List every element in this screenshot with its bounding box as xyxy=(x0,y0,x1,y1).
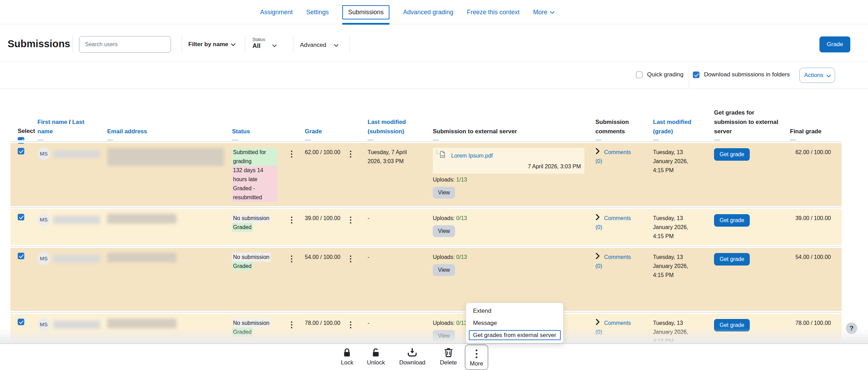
column-header-name[interactable]: First name / Last name — xyxy=(37,108,107,144)
more-action-button[interactable]: More xyxy=(465,345,488,370)
footer-shadow xyxy=(0,328,868,343)
nav-tab-more[interactable]: More xyxy=(533,9,554,16)
avatar: MS xyxy=(37,148,50,160)
comments-count[interactable]: (0) xyxy=(595,158,602,164)
lock-action-label: Lock xyxy=(341,359,353,366)
divider xyxy=(0,61,868,61)
row-checkbox[interactable] xyxy=(18,253,24,259)
submissions-table: Select First name / Last name — Email ad… xyxy=(10,108,842,353)
nav-tab-freeze-this-context[interactable]: Freeze this context xyxy=(467,9,519,16)
download-icon xyxy=(407,347,417,357)
avatar: MS xyxy=(37,213,50,226)
column-header-grade[interactable]: Grade — xyxy=(305,108,368,144)
advanced-label: Advanced xyxy=(300,42,326,49)
uploads-summary: Uploads: 0/13 xyxy=(433,253,588,262)
divider xyxy=(72,36,73,53)
search-users-input[interactable] xyxy=(79,36,171,53)
unlock-action-button[interactable]: Unlock xyxy=(367,347,385,366)
grade-value: 54.00 / 100.00 xyxy=(305,253,340,307)
last-modified-submission: - xyxy=(368,254,369,260)
status-badge: Graded xyxy=(232,262,252,271)
menu-item-message[interactable]: Message xyxy=(466,317,563,329)
status-menu-icon[interactable] xyxy=(291,217,292,241)
column-header-status[interactable]: Status — xyxy=(232,108,305,144)
more-context-menu: ExtendMessageGet grades from external se… xyxy=(466,303,564,343)
get-grade-button[interactable]: Get grade xyxy=(714,253,750,266)
row-separator xyxy=(10,245,842,248)
divider xyxy=(350,36,350,53)
status-filter-dropdown[interactable]: Status All xyxy=(252,37,276,50)
comments-link[interactable]: Comments xyxy=(604,148,631,157)
quick-grading-checkbox[interactable] xyxy=(636,72,643,78)
student-name-redacted xyxy=(53,216,100,224)
last-modified-submission: - xyxy=(368,320,369,326)
last-modified-grade: Tuesday, 13 January 2026, 4:15 PM xyxy=(653,254,688,278)
submission-file-link[interactable]: Lorem Ipsum.pdf xyxy=(451,151,493,160)
expand-comments-icon[interactable] xyxy=(595,214,600,223)
view-button[interactable]: View xyxy=(433,225,455,237)
expand-comments-icon[interactable] xyxy=(595,319,600,328)
menu-item-get-grades-from-external-server[interactable]: Get grades from external server xyxy=(466,329,563,341)
status-badge: No submission xyxy=(232,214,270,223)
row-checkbox[interactable] xyxy=(18,319,24,325)
advanced-dropdown[interactable]: Advanced xyxy=(300,42,338,49)
download-action-label: Download xyxy=(399,359,426,366)
uploads-summary: Uploads: 0/13 xyxy=(433,214,588,223)
comments-count[interactable]: (0) xyxy=(595,224,602,230)
actions-label: Actions xyxy=(804,72,824,79)
chevron-down-icon xyxy=(272,43,277,47)
more-action-label: More xyxy=(470,360,483,367)
comments-count[interactable]: (0) xyxy=(595,263,602,269)
grade-menu-icon[interactable] xyxy=(350,151,351,202)
comments-link[interactable]: Comments xyxy=(604,214,631,223)
quick-grading-label: Quick grading xyxy=(647,71,684,78)
grade-menu-icon[interactable] xyxy=(350,255,351,307)
comments-link[interactable]: Comments xyxy=(604,253,631,262)
student-name-redacted xyxy=(53,150,100,158)
row-separator xyxy=(10,140,842,143)
row-separator xyxy=(10,311,842,314)
status-menu-icon[interactable] xyxy=(291,151,292,202)
comments-link[interactable]: Comments xyxy=(604,319,631,328)
grade-menu-icon[interactable] xyxy=(350,217,351,241)
help-icon[interactable]: ? xyxy=(846,322,857,334)
final-grade-value: 39.00 / 100.00 xyxy=(796,215,831,221)
status-filter-label: Status xyxy=(252,37,265,42)
column-header-submission-comments: Submission comments — xyxy=(595,108,653,144)
download-action-button[interactable]: Download xyxy=(399,347,426,366)
view-button[interactable]: View xyxy=(433,187,455,199)
table-row: MS Submitted for grading132 days 14 hour… xyxy=(10,143,842,206)
actions-button[interactable]: Actions xyxy=(799,68,835,83)
lock-action-button[interactable]: Lock xyxy=(341,347,353,366)
row-checkbox[interactable] xyxy=(18,148,24,154)
status-badge: Graded xyxy=(232,223,252,232)
grade-button[interactable]: Grade xyxy=(819,36,850,52)
grade-value: 62.00 / 100.00 xyxy=(305,148,340,202)
get-grade-button[interactable]: Get grade xyxy=(714,148,750,161)
column-header-last-modified-submission[interactable]: Last modified (submission) — xyxy=(368,108,433,144)
expand-comments-icon[interactable] xyxy=(595,253,600,262)
get-grade-button[interactable]: Get grade xyxy=(714,214,750,227)
bulk-actions-footer: Lock Unlock Download Delete More xyxy=(0,344,868,370)
nav-tab-submissions[interactable]: Submissions xyxy=(342,5,389,19)
column-header-email[interactable]: Email address — xyxy=(107,108,232,144)
column-header-last-modified-grade[interactable]: Last modified (grade) — xyxy=(653,108,714,144)
chevron-down-icon xyxy=(334,42,338,47)
status-menu-icon[interactable] xyxy=(291,255,292,307)
expand-comments-icon[interactable] xyxy=(595,148,600,157)
filter-by-name-dropdown[interactable]: Filter by name xyxy=(188,41,235,48)
view-button[interactable]: View xyxy=(433,264,455,276)
row-checkbox[interactable] xyxy=(18,214,24,220)
email-redacted xyxy=(107,319,177,328)
menu-item-extend[interactable]: Extend xyxy=(466,305,563,317)
nav-tab-assignment[interactable]: Assignment xyxy=(260,9,293,16)
last-modified-submission: - xyxy=(368,215,369,221)
last-modified-submission: Tuesday, 7 April 2026, 3:03 PM xyxy=(368,149,407,164)
divider xyxy=(0,89,868,89)
download-folders-checkbox[interactable] xyxy=(693,72,699,78)
delete-action-button[interactable]: Delete xyxy=(440,347,457,366)
nav-tab-settings[interactable]: Settings xyxy=(306,9,329,16)
chevron-down-icon xyxy=(550,9,555,14)
nav-tab-advanced-grading[interactable]: Advanced grading xyxy=(403,9,453,16)
filter-by-name-label: Filter by name xyxy=(188,41,228,48)
